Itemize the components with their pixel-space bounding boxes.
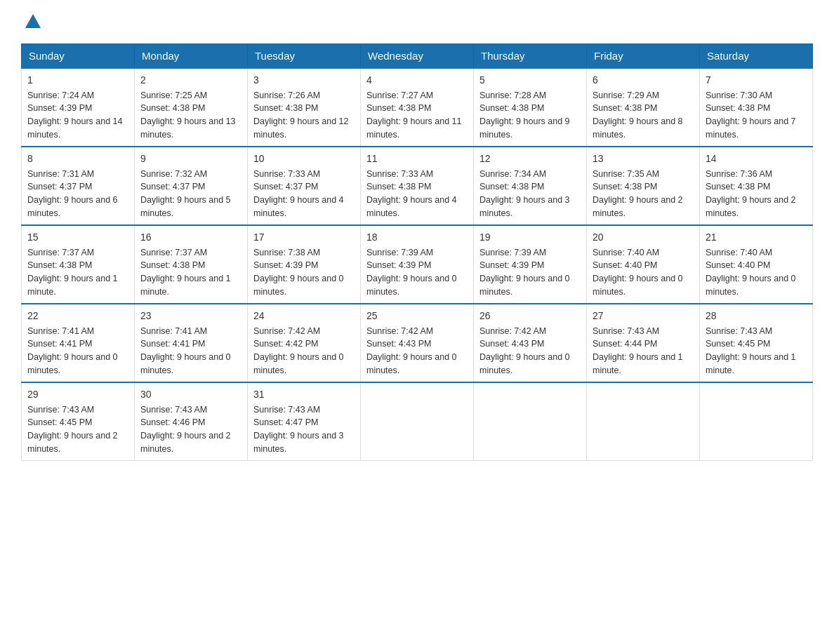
day-info: Sunrise: 7:43 AMSunset: 4:45 PMDaylight:…: [706, 326, 796, 375]
day-info: Sunrise: 7:39 AMSunset: 4:39 PMDaylight:…: [366, 248, 457, 297]
calendar-week-3: 15Sunrise: 7:37 AMSunset: 4:38 PMDayligh…: [22, 225, 813, 304]
calendar-week-2: 8Sunrise: 7:31 AMSunset: 4:37 PMDaylight…: [22, 147, 813, 225]
day-number: 8: [27, 152, 128, 166]
day-info: Sunrise: 7:34 AMSunset: 4:38 PMDaylight:…: [479, 169, 570, 218]
calendar-header-friday: Friday: [587, 43, 700, 68]
calendar-cell: 11Sunrise: 7:33 AMSunset: 4:38 PMDayligh…: [361, 147, 474, 225]
day-number: 20: [593, 230, 694, 245]
day-info: Sunrise: 7:42 AMSunset: 4:42 PMDaylight:…: [253, 326, 344, 375]
calendar-cell: 23Sunrise: 7:41 AMSunset: 4:41 PMDayligh…: [135, 304, 248, 382]
day-info: Sunrise: 7:37 AMSunset: 4:38 PMDaylight:…: [27, 248, 118, 297]
day-info: Sunrise: 7:28 AMSunset: 4:38 PMDaylight:…: [479, 90, 570, 140]
calendar-cell: 20Sunrise: 7:40 AMSunset: 4:40 PMDayligh…: [587, 225, 700, 304]
day-number: 15: [27, 230, 128, 245]
calendar-week-4: 22Sunrise: 7:41 AMSunset: 4:41 PMDayligh…: [22, 304, 813, 382]
day-number: 9: [140, 152, 241, 166]
calendar-table: SundayMondayTuesdayWednesdayThursdayFrid…: [21, 43, 813, 461]
calendar-header-monday: Monday: [135, 43, 248, 68]
day-info: Sunrise: 7:25 AMSunset: 4:38 PMDaylight:…: [140, 90, 236, 140]
day-number: 25: [366, 309, 468, 323]
calendar-cell: 18Sunrise: 7:39 AMSunset: 4:39 PMDayligh…: [361, 225, 474, 304]
day-info: Sunrise: 7:40 AMSunset: 4:40 PMDaylight:…: [593, 248, 683, 297]
day-info: Sunrise: 7:32 AMSunset: 4:37 PMDaylight:…: [140, 169, 231, 218]
day-info: Sunrise: 7:26 AMSunset: 4:38 PMDaylight:…: [253, 90, 349, 140]
calendar-cell: 14Sunrise: 7:36 AMSunset: 4:38 PMDayligh…: [700, 147, 813, 225]
day-number: 19: [479, 230, 581, 245]
calendar-header-sunday: Sunday: [22, 43, 135, 68]
day-info: Sunrise: 7:33 AMSunset: 4:38 PMDaylight:…: [366, 169, 457, 218]
calendar-cell: [700, 382, 813, 461]
day-number: 10: [253, 152, 355, 166]
day-number: 23: [140, 309, 241, 323]
calendar-cell: 10Sunrise: 7:33 AMSunset: 4:37 PMDayligh…: [248, 147, 361, 225]
day-info: Sunrise: 7:42 AMSunset: 4:43 PMDaylight:…: [479, 326, 570, 375]
calendar-cell: 30Sunrise: 7:43 AMSunset: 4:46 PMDayligh…: [135, 382, 248, 461]
calendar-cell: [474, 382, 587, 461]
day-info: Sunrise: 7:24 AMSunset: 4:39 PMDaylight:…: [27, 90, 123, 140]
day-info: Sunrise: 7:36 AMSunset: 4:38 PMDaylight:…: [706, 169, 796, 218]
day-number: 16: [140, 230, 241, 245]
day-number: 28: [706, 309, 807, 323]
calendar-week-5: 29Sunrise: 7:43 AMSunset: 4:45 PMDayligh…: [22, 382, 813, 461]
calendar-cell: 5Sunrise: 7:28 AMSunset: 4:38 PMDaylight…: [474, 68, 587, 147]
day-number: 12: [479, 152, 581, 166]
day-number: 26: [479, 309, 581, 323]
calendar-cell: 22Sunrise: 7:41 AMSunset: 4:41 PMDayligh…: [22, 304, 135, 382]
logo: [21, 14, 41, 29]
calendar-cell: 21Sunrise: 7:40 AMSunset: 4:40 PMDayligh…: [700, 225, 813, 304]
calendar-cell: 28Sunrise: 7:43 AMSunset: 4:45 PMDayligh…: [700, 304, 813, 382]
day-info: Sunrise: 7:33 AMSunset: 4:37 PMDaylight:…: [253, 169, 344, 218]
calendar-cell: 4Sunrise: 7:27 AMSunset: 4:38 PMDaylight…: [361, 68, 474, 147]
calendar-cell: 27Sunrise: 7:43 AMSunset: 4:44 PMDayligh…: [587, 304, 700, 382]
calendar-header-wednesday: Wednesday: [361, 43, 474, 68]
calendar-cell: 31Sunrise: 7:43 AMSunset: 4:47 PMDayligh…: [248, 382, 361, 461]
day-number: 6: [593, 73, 694, 88]
day-number: 5: [479, 73, 581, 88]
day-number: 1: [27, 73, 128, 88]
day-number: 24: [253, 309, 355, 323]
day-info: Sunrise: 7:30 AMSunset: 4:38 PMDaylight:…: [706, 90, 796, 140]
day-number: 27: [593, 309, 694, 323]
calendar-header-saturday: Saturday: [700, 43, 813, 68]
calendar-cell: 8Sunrise: 7:31 AMSunset: 4:37 PMDaylight…: [22, 147, 135, 225]
day-info: Sunrise: 7:38 AMSunset: 4:39 PMDaylight:…: [253, 248, 344, 297]
calendar-cell: 25Sunrise: 7:42 AMSunset: 4:43 PMDayligh…: [361, 304, 474, 382]
calendar-cell: 29Sunrise: 7:43 AMSunset: 4:45 PMDayligh…: [22, 382, 135, 461]
calendar-cell: 16Sunrise: 7:37 AMSunset: 4:38 PMDayligh…: [135, 225, 248, 304]
day-number: 4: [366, 73, 468, 88]
day-info: Sunrise: 7:39 AMSunset: 4:39 PMDaylight:…: [479, 248, 570, 297]
calendar-cell: 12Sunrise: 7:34 AMSunset: 4:38 PMDayligh…: [474, 147, 587, 225]
calendar-cell: 17Sunrise: 7:38 AMSunset: 4:39 PMDayligh…: [248, 225, 361, 304]
day-number: 22: [27, 309, 128, 323]
day-number: 29: [27, 387, 128, 402]
day-info: Sunrise: 7:42 AMSunset: 4:43 PMDaylight:…: [366, 326, 457, 375]
day-info: Sunrise: 7:29 AMSunset: 4:38 PMDaylight:…: [593, 90, 683, 140]
page-header: [21, 14, 813, 29]
calendar-cell: 24Sunrise: 7:42 AMSunset: 4:42 PMDayligh…: [248, 304, 361, 382]
day-info: Sunrise: 7:27 AMSunset: 4:38 PMDaylight:…: [366, 90, 462, 140]
day-number: 30: [140, 387, 241, 402]
calendar-cell: 26Sunrise: 7:42 AMSunset: 4:43 PMDayligh…: [474, 304, 587, 382]
day-info: Sunrise: 7:41 AMSunset: 4:41 PMDaylight:…: [140, 326, 231, 375]
calendar-cell: 3Sunrise: 7:26 AMSunset: 4:38 PMDaylight…: [248, 68, 361, 147]
calendar-week-1: 1Sunrise: 7:24 AMSunset: 4:39 PMDaylight…: [22, 68, 813, 147]
day-info: Sunrise: 7:40 AMSunset: 4:40 PMDaylight:…: [706, 248, 796, 297]
day-number: 31: [253, 387, 355, 402]
calendar-cell: 13Sunrise: 7:35 AMSunset: 4:38 PMDayligh…: [587, 147, 700, 225]
logo-triangle-icon: [25, 14, 41, 28]
day-number: 7: [706, 73, 807, 88]
day-number: 21: [706, 230, 807, 245]
calendar-cell: 19Sunrise: 7:39 AMSunset: 4:39 PMDayligh…: [474, 225, 587, 304]
day-info: Sunrise: 7:37 AMSunset: 4:38 PMDaylight:…: [140, 248, 231, 297]
day-info: Sunrise: 7:41 AMSunset: 4:41 PMDaylight:…: [27, 326, 118, 375]
day-info: Sunrise: 7:43 AMSunset: 4:46 PMDaylight:…: [140, 405, 231, 454]
calendar-header-row: SundayMondayTuesdayWednesdayThursdayFrid…: [22, 43, 813, 68]
calendar-cell: [361, 382, 474, 461]
day-number: 17: [253, 230, 355, 245]
day-number: 3: [253, 73, 355, 88]
calendar-cell: 15Sunrise: 7:37 AMSunset: 4:38 PMDayligh…: [22, 225, 135, 304]
calendar-cell: 7Sunrise: 7:30 AMSunset: 4:38 PMDaylight…: [700, 68, 813, 147]
calendar-header-thursday: Thursday: [474, 43, 587, 68]
calendar-cell: 6Sunrise: 7:29 AMSunset: 4:38 PMDaylight…: [587, 68, 700, 147]
day-number: 18: [366, 230, 468, 245]
